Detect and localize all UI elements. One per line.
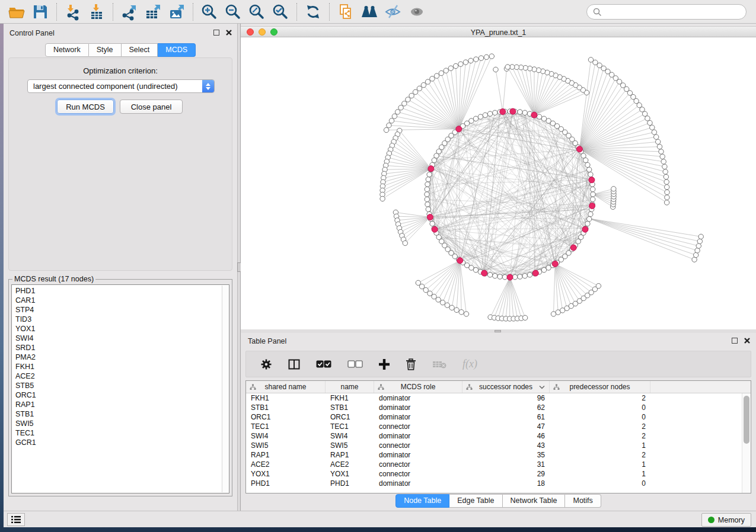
result-node-item[interactable]: SWI4 xyxy=(15,334,229,343)
result-node-item[interactable]: GCR1 xyxy=(15,438,229,447)
zoom-in-icon xyxy=(200,3,218,21)
network-titlebar[interactable]: YPA_prune.txt_1 xyxy=(241,26,756,37)
show-all-button[interactable] xyxy=(405,2,429,22)
copy-network-button[interactable] xyxy=(334,2,358,22)
float-panel-button[interactable] xyxy=(213,30,219,36)
cell-shared-name: TEC1 xyxy=(246,422,326,431)
result-node-item[interactable]: STP4 xyxy=(15,305,229,315)
memory-button[interactable]: Memory xyxy=(701,513,751,527)
function-builder-button[interactable]: f(x) xyxy=(462,358,477,370)
cell-shared-name: ORC1 xyxy=(246,412,326,422)
result-node-item[interactable]: SRD1 xyxy=(15,343,229,352)
delete-table-button[interactable] xyxy=(432,360,446,369)
table-row[interactable]: ACE2ACE2connector311 xyxy=(246,460,751,469)
table-row[interactable]: ORC1ORC1dominator610 xyxy=(246,412,751,422)
close-panel-button[interactable]: Close panel xyxy=(120,100,183,114)
float-panel-button[interactable] xyxy=(732,338,738,344)
table-scrollbar[interactable] xyxy=(742,393,751,493)
table-row[interactable]: PHD1PHD1dominator180 xyxy=(246,479,751,488)
task-history-button[interactable] xyxy=(7,513,25,526)
cell-successor-nodes: 18 xyxy=(462,479,550,488)
column-header-predecessor-nodes[interactable]: predecessor nodes xyxy=(550,381,650,393)
delete-column-button[interactable] xyxy=(406,358,416,370)
result-node-item[interactable]: ORC1 xyxy=(15,390,229,400)
deselect-all-rows-button[interactable] xyxy=(347,360,363,368)
cell-name: FKH1 xyxy=(326,393,374,403)
zoom-out-button[interactable] xyxy=(221,2,245,22)
result-node-item[interactable]: PHD1 xyxy=(15,286,229,296)
table-settings-button[interactable] xyxy=(260,358,272,370)
control-panel-tab-bar: Network Style Select MCDS xyxy=(45,43,196,57)
hide-selected-button[interactable] xyxy=(381,2,405,22)
export-table-button[interactable] xyxy=(141,2,165,22)
cell-mcds-role: dominator xyxy=(374,403,462,412)
split-view-button[interactable] xyxy=(288,359,300,370)
column-header-successor-nodes[interactable]: successor nodes xyxy=(462,381,550,393)
mcds-result-group: MCDS result (17 nodes) PHD1CAR1STP4TID3Y… xyxy=(8,275,232,496)
result-node-item[interactable]: RAP1 xyxy=(15,400,229,409)
close-panel-icon[interactable] xyxy=(744,337,751,344)
tab-node-table[interactable]: Node Table xyxy=(395,494,449,508)
tab-style[interactable]: Style xyxy=(89,43,122,57)
run-mcds-button[interactable]: Run MCDS xyxy=(57,100,114,114)
first-neighbors-button[interactable] xyxy=(358,2,381,22)
table-row[interactable]: TEC1TEC1connector472 xyxy=(246,422,751,431)
splitter-grip[interactable] xyxy=(495,330,501,332)
cell-successor-nodes: 62 xyxy=(462,403,550,412)
result-node-item[interactable]: PMA2 xyxy=(15,352,229,362)
table-row[interactable]: STB1STB1dominator620 xyxy=(246,403,751,412)
cell-successor-nodes: 46 xyxy=(462,431,550,441)
select-all-rows-button[interactable] xyxy=(316,360,331,368)
zoom-selected-icon xyxy=(272,3,289,21)
import-network-button[interactable] xyxy=(61,2,85,22)
unchecked-boxes-icon xyxy=(347,360,363,368)
cell-predecessor-nodes: 2 xyxy=(550,393,650,403)
export-network-button[interactable] xyxy=(117,2,141,22)
result-list-scrollbar[interactable] xyxy=(222,286,228,492)
table-scrollbar-thumb[interactable] xyxy=(744,396,749,444)
table-row[interactable]: SWI5SWI5connector431 xyxy=(246,441,751,450)
table-row[interactable]: FKH1FKH1dominator962 xyxy=(246,393,751,403)
zoom-in-button[interactable] xyxy=(197,2,221,22)
sort-chevron-icon xyxy=(539,385,545,389)
gear-icon xyxy=(260,358,272,370)
tab-select[interactable]: Select xyxy=(122,43,158,57)
result-node-item[interactable]: STB5 xyxy=(15,381,229,390)
tab-network-table[interactable]: Network Table xyxy=(503,494,566,508)
result-node-item[interactable]: STB1 xyxy=(15,409,229,419)
export-image-icon xyxy=(168,3,186,21)
refresh-button[interactable] xyxy=(301,2,325,22)
network-graph[interactable] xyxy=(241,37,756,329)
tab-edge-table[interactable]: Edge Table xyxy=(449,494,502,508)
mcds-result-list[interactable]: PHD1CAR1STP4TID3YOX1SWI4SRD1PMA2FKH1ACE2… xyxy=(11,284,229,493)
result-node-item[interactable]: SWI5 xyxy=(15,419,229,428)
column-header-shared-name[interactable]: shared name xyxy=(246,381,326,393)
cell-name: TEC1 xyxy=(326,422,374,431)
tab-motifs[interactable]: Motifs xyxy=(565,494,601,508)
table-row[interactable]: SWI4SWI4dominator462 xyxy=(246,431,751,441)
open-file-button[interactable] xyxy=(5,2,28,22)
save-session-button[interactable] xyxy=(28,2,52,22)
table-row[interactable]: YOX1YOX1connector291 xyxy=(246,469,751,479)
zoom-selected-button[interactable] xyxy=(269,2,292,22)
add-column-button[interactable] xyxy=(379,359,390,370)
zoom-fit-button[interactable] xyxy=(245,2,269,22)
result-node-item[interactable]: TEC1 xyxy=(15,428,229,438)
result-node-item[interactable]: TID3 xyxy=(15,315,229,324)
tab-mcds[interactable]: MCDS xyxy=(158,43,196,57)
import-table-button[interactable] xyxy=(85,2,109,22)
result-node-item[interactable]: FKH1 xyxy=(15,362,229,371)
table-row[interactable]: RAP1RAP1dominator352 xyxy=(246,450,751,460)
result-node-item[interactable]: ACE2 xyxy=(15,371,229,381)
network-canvas[interactable] xyxy=(241,37,756,329)
result-node-item[interactable]: CAR1 xyxy=(15,296,229,305)
delete-table-icon xyxy=(432,360,446,369)
tab-network[interactable]: Network xyxy=(45,43,89,57)
search-input[interactable] xyxy=(605,8,740,17)
column-header-mcds-role[interactable]: MCDS role xyxy=(374,381,462,393)
close-panel-icon[interactable] xyxy=(225,29,232,36)
result-node-item[interactable]: YOX1 xyxy=(15,324,229,334)
column-header-name[interactable]: name xyxy=(326,381,374,393)
export-image-button[interactable] xyxy=(165,2,189,22)
criterion-dropdown[interactable]: largest connected component (undirected) xyxy=(27,79,215,93)
